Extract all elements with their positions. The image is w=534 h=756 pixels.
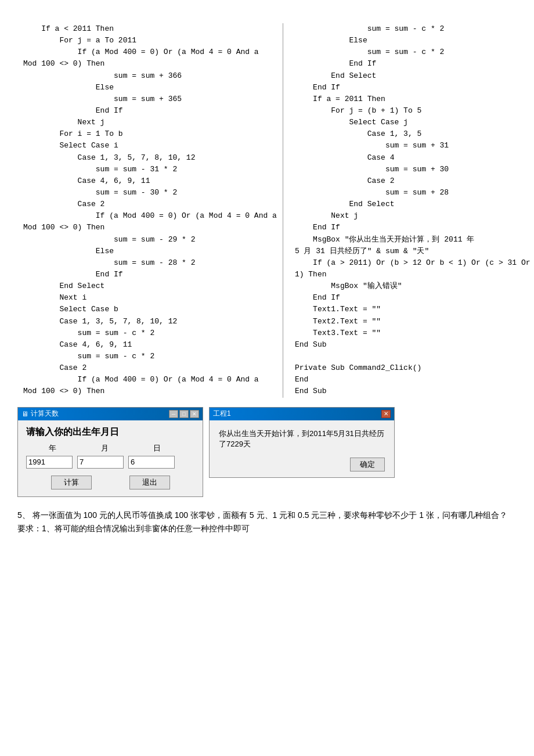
code-line: sum = sum - c * 2 bbox=[295, 23, 534, 35]
code-line: End If bbox=[23, 269, 277, 280]
code-line: Text3.Text = "" bbox=[295, 327, 534, 339]
input-month[interactable] bbox=[77, 456, 124, 469]
code-line: End bbox=[295, 374, 534, 386]
code-line: End If bbox=[295, 222, 534, 233]
input-day[interactable] bbox=[128, 456, 175, 469]
restore-button[interactable]: □ bbox=[179, 410, 189, 418]
code-line: sum = sum - 29 * 2 bbox=[23, 234, 277, 246]
code-line: Select Case i bbox=[23, 140, 277, 152]
windows-section: 🖥 计算天数 ─ □ ✕ 请输入你的出生年月日 年 月 日 bbox=[17, 407, 517, 497]
calc-title-left: 🖥 计算天数 bbox=[21, 409, 59, 419]
calc-dialog-heading: 请输入你的出生年月日 bbox=[26, 426, 194, 438]
code-line: 1) Then bbox=[295, 269, 534, 280]
code-line: If a < 2011 Then bbox=[23, 23, 277, 35]
calc-window-title: 计算天数 bbox=[31, 409, 59, 419]
code-line: End If bbox=[295, 82, 534, 93]
code-line: For j = a To 2011 bbox=[23, 35, 277, 46]
code-line bbox=[295, 351, 534, 362]
code-line: End If bbox=[23, 105, 277, 117]
input-year[interactable] bbox=[26, 456, 73, 469]
code-line: Case 2 bbox=[23, 362, 277, 374]
code-line: End If bbox=[295, 292, 534, 304]
code-line: Next i bbox=[23, 292, 277, 304]
code-line: Case 4 bbox=[295, 152, 534, 164]
code-line: sum = sum - c * 2 bbox=[23, 327, 277, 339]
code-line: sum = sum + 366 bbox=[23, 70, 277, 82]
code-line: Mod 100 <> 0) Then bbox=[23, 58, 277, 70]
code-right-column: sum = sum - c * 2 Else sum = sum - c * 2… bbox=[283, 23, 534, 398]
code-line: Case 1, 3, 5 bbox=[295, 128, 534, 140]
code-line: Text2.Text = "" bbox=[295, 316, 534, 327]
code-line: Mod 100 <> 0) Then bbox=[23, 222, 277, 233]
code-line: sum = sum - 28 * 2 bbox=[23, 257, 277, 269]
code-line: Case 2 bbox=[23, 199, 277, 210]
code-line: If (a Mod 400 = 0) Or (a Mod 4 = 0 And a bbox=[23, 210, 277, 222]
dialog-buttons-row: 计算 退出 bbox=[26, 476, 194, 489]
exit-button[interactable]: 退出 bbox=[129, 476, 170, 489]
label-day: 日 bbox=[131, 443, 183, 453]
question-section: 5、 将一张面值为 100 元的人民币等值换成 100 张零钞，面额有 5 元、… bbox=[17, 509, 517, 537]
code-line: sum = sum + 365 bbox=[23, 93, 277, 105]
calc-dialog-titlebar: 🖥 计算天数 ─ □ ✕ bbox=[18, 408, 203, 420]
code-line: End If bbox=[295, 58, 534, 70]
code-line: End Sub bbox=[295, 386, 534, 397]
code-section: If a < 2011 Then For j = a To 2011 If (a… bbox=[17, 23, 517, 398]
code-line: If a = 2011 Then bbox=[295, 93, 534, 105]
code-line: Mod 100 <> 0) Then bbox=[23, 386, 277, 397]
label-month: 月 bbox=[78, 443, 131, 453]
msgbox-ok-row: 确定 bbox=[219, 458, 385, 471]
code-line: For i = 1 To b bbox=[23, 128, 277, 140]
code-line: sum = sum + 31 bbox=[295, 140, 534, 152]
code-line: Private Sub Command2_Click() bbox=[295, 362, 534, 374]
code-line: Next j bbox=[23, 117, 277, 128]
code-line: Case 4, 6, 9, 11 bbox=[23, 339, 277, 351]
msgbox-close-button[interactable]: ✕ bbox=[381, 410, 391, 418]
code-line: For j = (b + 1) To 5 bbox=[295, 105, 534, 117]
code-line: End Sub bbox=[295, 339, 534, 351]
code-line: sum = sum - c * 2 bbox=[295, 46, 534, 58]
code-line: Case 1, 3, 5, 7, 8, 10, 12 bbox=[23, 152, 277, 164]
code-line: sum = sum - c * 2 bbox=[23, 351, 277, 362]
calc-window-icon: 🖥 bbox=[21, 410, 28, 418]
msgbox-title: 工程1 bbox=[213, 409, 231, 419]
code-line: Text1.Text = "" bbox=[295, 304, 534, 315]
code-line: MsgBox "你从出生当天开始计算，到 2011 年 bbox=[295, 234, 534, 246]
code-line: Select Case b bbox=[23, 304, 277, 315]
code-line: Case 1, 3, 5, 7, 8, 10, 12 bbox=[23, 316, 277, 327]
question-content-1: 将一张面值为 100 元的人民币等值换成 100 张零钞，面额有 5 元、1 元… bbox=[30, 510, 507, 520]
code-line: Else bbox=[23, 246, 277, 257]
question-text-2: 要求：1、将可能的组合情况输出到非窗体的任意一种控件中即可 bbox=[17, 522, 517, 536]
calc-button[interactable]: 计算 bbox=[51, 476, 92, 489]
code-line: End Select bbox=[295, 199, 534, 210]
code-line: sum = sum - 30 * 2 bbox=[23, 187, 277, 199]
code-line: Case 2 bbox=[295, 175, 534, 187]
ok-button[interactable]: 确定 bbox=[350, 458, 385, 471]
minimize-button[interactable]: ─ bbox=[169, 410, 178, 418]
code-line: MsgBox "输入错误" bbox=[295, 280, 534, 292]
code-line: sum = sum + 28 bbox=[295, 187, 534, 199]
code-line: End Select bbox=[295, 70, 534, 82]
question-number: 5、 bbox=[17, 510, 30, 520]
code-line: Else bbox=[295, 35, 534, 46]
field-labels-row: 年 月 日 bbox=[26, 443, 194, 453]
field-inputs-row bbox=[26, 456, 194, 469]
code-line: Next j bbox=[295, 210, 534, 222]
code-line: sum = sum + 30 bbox=[295, 164, 534, 175]
code-line: If (a Mod 400 = 0) Or (a Mod 4 = 0 And a bbox=[23, 374, 277, 386]
calc-dialog-window: 🖥 计算天数 ─ □ ✕ 请输入你的出生年月日 年 月 日 bbox=[17, 407, 203, 497]
msgbox-body: 你从出生当天开始计算，到2011年5月31日共经历了7229天 确定 bbox=[210, 420, 394, 477]
code-line: Select Case j bbox=[295, 117, 534, 128]
main-container: If a < 2011 Then For j = a To 2011 If (a… bbox=[0, 0, 534, 553]
code-line: If (a Mod 400 = 0) Or (a Mod 4 = 0 And a bbox=[23, 46, 277, 58]
code-line: 5 月 31 日共经历了" & sum & "天" bbox=[295, 246, 534, 257]
label-year: 年 bbox=[26, 443, 78, 453]
close-button[interactable]: ✕ bbox=[190, 410, 199, 418]
code-left-column: If a < 2011 Then For j = a To 2011 If (a… bbox=[17, 23, 283, 398]
code-line: If (a > 2011) Or (b > 12 Or b < 1) Or (c… bbox=[295, 257, 534, 269]
code-line: End Select bbox=[23, 280, 277, 292]
msgbox-text: 你从出生当天开始计算，到2011年5月31日共经历了7229天 bbox=[219, 429, 385, 449]
question-text-1: 5、 将一张面值为 100 元的人民币等值换成 100 张零钞，面额有 5 元、… bbox=[17, 509, 517, 523]
code-line: sum = sum - 31 * 2 bbox=[23, 164, 277, 175]
message-box-window: 工程1 ✕ 你从出生当天开始计算，到2011年5月31日共经历了7229天 确定 bbox=[209, 407, 395, 478]
title-controls: ─ □ ✕ bbox=[169, 410, 199, 418]
